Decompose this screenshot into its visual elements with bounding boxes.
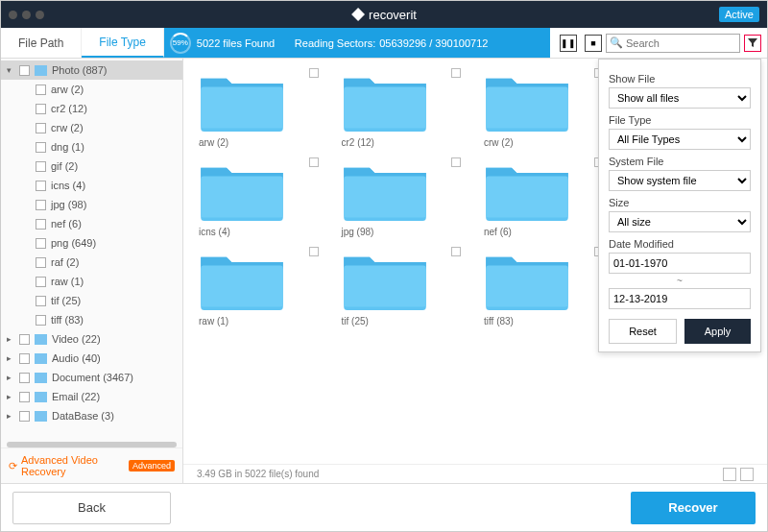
caret-down-icon[interactable]: ▾: [7, 65, 14, 75]
sidebar-item-photo-child[interactable]: tiff (83): [1, 310, 182, 329]
filter-button[interactable]: [744, 35, 761, 52]
checkbox[interactable]: [309, 68, 319, 78]
folder-item[interactable]: arw (2): [199, 68, 324, 148]
checkbox[interactable]: [451, 157, 461, 167]
checkbox[interactable]: [36, 142, 46, 153]
sidebar-item-label: arw (2): [51, 84, 84, 95]
recover-button[interactable]: Recover: [631, 492, 756, 524]
checkbox[interactable]: [36, 85, 46, 95]
sidebar-item-photo-child[interactable]: cr2 (12): [1, 99, 182, 118]
sidebar-item-category[interactable]: ▸Audio (40): [1, 349, 182, 368]
avr-badge: Advanced: [129, 460, 175, 472]
max-dot[interactable]: [36, 11, 44, 19]
svg-rect-1: [344, 87, 426, 129]
checkbox[interactable]: [36, 123, 46, 133]
folder-item[interactable]: nef (6): [484, 157, 610, 237]
min-dot[interactable]: [22, 11, 31, 19]
sidebar-item-category[interactable]: ▸Email (22): [1, 387, 182, 406]
sidebar-item-photo-child[interactable]: icns (4): [1, 176, 182, 195]
grid-view-icon[interactable]: [723, 468, 736, 481]
sidebar-item-label: jpg (98): [51, 199, 86, 210]
category-icon: [35, 353, 47, 364]
checkbox[interactable]: [309, 157, 319, 167]
sidebar-item-photo-child[interactable]: tif (25): [1, 291, 182, 310]
sidebar-item-photo-child[interactable]: raw (1): [1, 272, 182, 291]
tab-file-type[interactable]: File Type: [82, 28, 163, 58]
active-badge[interactable]: Active: [719, 7, 759, 22]
checkbox[interactable]: [36, 104, 46, 114]
caret-right-icon[interactable]: ▸: [7, 411, 14, 421]
close-dot[interactable]: [9, 11, 17, 19]
window-controls[interactable]: [9, 11, 44, 19]
sidebar-item-label: icns (4): [51, 180, 85, 191]
filter-system-file-select[interactable]: Show system file: [609, 170, 751, 191]
checkbox[interactable]: [36, 315, 46, 326]
sidebar-item-label: nef (6): [51, 218, 82, 230]
stop-button[interactable]: ■: [585, 35, 602, 52]
filter-show-file-label: Show File: [609, 73, 751, 85]
sidebar-item-label: cr2 (12): [51, 103, 87, 114]
filter-date-to[interactable]: [609, 288, 751, 309]
sidebar-item-photo-child[interactable]: gif (2): [1, 157, 182, 176]
apply-button[interactable]: Apply: [684, 319, 751, 344]
caret-right-icon[interactable]: ▸: [7, 353, 14, 363]
pause-button[interactable]: ❚❚: [560, 35, 577, 52]
filter-size-label: Size: [609, 197, 751, 208]
tree[interactable]: ▾ Photo (887) arw (2)cr2 (12)crw (2)dng …: [1, 59, 182, 442]
checkbox[interactable]: [36, 200, 46, 210]
checkbox[interactable]: [19, 373, 30, 383]
sidebar-item-category[interactable]: ▸Document (3467): [1, 368, 182, 387]
sidebar-item-category[interactable]: ▸DataBase (3): [1, 406, 182, 425]
checkbox[interactable]: [19, 411, 30, 422]
sidebar-item-photo-child[interactable]: raf (2): [1, 253, 182, 272]
sidebar-item-photo-child[interactable]: arw (2): [1, 80, 182, 99]
checkbox[interactable]: [36, 219, 46, 230]
checkbox[interactable]: [19, 392, 30, 402]
checkbox[interactable]: [36, 238, 46, 249]
filter-date-from[interactable]: [609, 253, 751, 274]
folder-label: cr2 (12): [342, 137, 468, 148]
folder-item[interactable]: jpg (98): [342, 157, 468, 237]
checkbox[interactable]: [19, 65, 30, 76]
checkbox[interactable]: [36, 181, 46, 191]
folder-item[interactable]: tif (25): [342, 247, 468, 326]
svg-rect-10: [486, 266, 568, 307]
back-button[interactable]: Back: [12, 492, 171, 524]
sidebar-item-category[interactable]: ▸Video (22): [1, 329, 182, 349]
folder-item[interactable]: raw (1): [199, 247, 324, 326]
svg-rect-4: [201, 177, 283, 218]
checkbox[interactable]: [451, 247, 461, 256]
sidebar-item-photo-child[interactable]: crw (2): [1, 118, 182, 137]
sidebar-item-photo-child[interactable]: png (649): [1, 233, 182, 253]
checkbox[interactable]: [36, 161, 46, 172]
advanced-video-recovery[interactable]: ⟳ Advanced Video Recovery Advanced: [1, 447, 182, 483]
folder-item[interactable]: tiff (83): [484, 247, 610, 326]
folder-item[interactable]: icns (4): [199, 157, 324, 237]
checkbox[interactable]: [36, 296, 46, 306]
category-icon: [35, 411, 47, 422]
checkbox[interactable]: [36, 277, 46, 287]
caret-right-icon[interactable]: ▸: [7, 334, 14, 344]
checkbox[interactable]: [309, 247, 319, 256]
filter-file-type-select[interactable]: All File Types: [609, 129, 751, 150]
app-window: recoverit Active File Path File Type 59%…: [0, 0, 768, 532]
list-view-icon[interactable]: [740, 468, 754, 481]
sidebar-item-photo-child[interactable]: nef (6): [1, 214, 182, 233]
filter-size-select[interactable]: All size: [609, 211, 751, 232]
checkbox[interactable]: [19, 334, 30, 345]
reset-button[interactable]: Reset: [609, 319, 677, 344]
folder-item[interactable]: cr2 (12): [342, 68, 468, 148]
sidebar-item-label: Photo (887): [52, 64, 107, 76]
filter-show-file-select[interactable]: Show all files: [609, 87, 751, 109]
checkbox[interactable]: [19, 353, 30, 364]
sidebar-item-photo[interactable]: ▾ Photo (887): [1, 60, 182, 80]
checkbox[interactable]: [36, 257, 46, 268]
search-input[interactable]: [606, 34, 740, 53]
tab-file-path[interactable]: File Path: [1, 28, 82, 58]
sidebar-item-photo-child[interactable]: jpg (98): [1, 195, 182, 214]
caret-right-icon[interactable]: ▸: [7, 392, 14, 401]
caret-right-icon[interactable]: ▸: [7, 373, 14, 382]
folder-item[interactable]: crw (2): [484, 68, 610, 148]
sidebar-item-photo-child[interactable]: dng (1): [1, 137, 182, 157]
checkbox[interactable]: [451, 68, 461, 78]
